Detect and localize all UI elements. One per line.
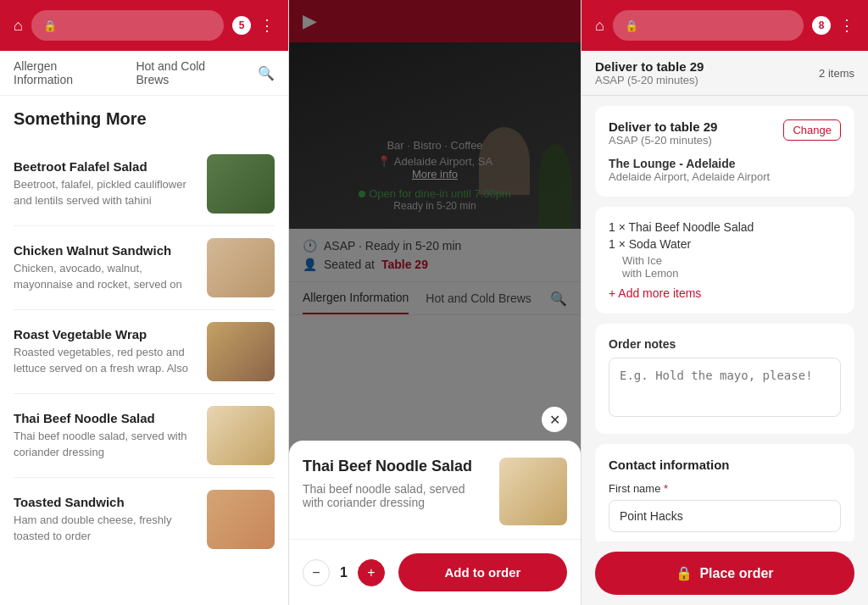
- list-item[interactable]: Beetroot Falafel Salad Beetroot, falafel…: [14, 142, 275, 226]
- right-content: Deliver to table 29 ASAP (5-20 minutes) …: [581, 96, 868, 541]
- home-icon: ⌂: [14, 17, 23, 35]
- overlay-item-info: Thai Beef Noodle Salad Thai beef noodle …: [303, 458, 489, 525]
- menu-item-name: Beetroot Falafel Salad: [14, 159, 197, 174]
- list-item[interactable]: Toasted Sandwich Ham and double cheese, …: [14, 478, 275, 561]
- right-menu-dots[interactable]: ⋮: [839, 16, 854, 35]
- right-home-icon: ⌂: [595, 17, 604, 35]
- order-item: 1 × Soda Water: [609, 237, 841, 251]
- close-button[interactable]: ✕: [542, 407, 567, 432]
- menu-item-desc: Chicken, avocado, walnut, mayonnaise and…: [14, 261, 197, 291]
- quantity-display: 1: [340, 565, 348, 580]
- quantity-control: − 1 +: [303, 559, 385, 586]
- left-search-icon[interactable]: 🔍: [258, 65, 275, 81]
- right-sub-header: Deliver to table 29 ASAP (5-20 minutes) …: [581, 51, 868, 96]
- right-header: ⌂ 🔒 8 ⋮: [581, 0, 868, 51]
- menu-item-info: Beetroot Falafel Salad Beetroot, falafel…: [14, 159, 207, 208]
- change-delivery-button[interactable]: Change: [783, 119, 841, 141]
- order-items-list: 1 × Thai Beef Noodle Salad 1 × Soda Wate…: [609, 220, 841, 280]
- order-item-sub: with Lemon: [622, 267, 841, 280]
- add-to-order-button[interactable]: Add to order: [398, 553, 567, 591]
- menu-item-desc: Thai beef noodle salad, served with cori…: [14, 429, 197, 459]
- right-cart-badge[interactable]: 8: [812, 16, 831, 35]
- right-panel: ⌂ 🔒 8 ⋮ Deliver to table 29 ASAP (5-20 m…: [581, 0, 868, 605]
- deliver-card-subtitle: ASAP (5-20 minutes): [609, 134, 717, 147]
- menu-item-info: Thai Beef Noodle Salad Thai beef noodle …: [14, 411, 207, 459]
- menu-item-name: Roast Vegetable Wrap: [14, 327, 197, 341]
- item-detail-card: ✕ Thai Beef Noodle Salad Thai beef noodl…: [289, 441, 581, 539]
- list-item[interactable]: Thai Beef Noodle Salad Thai beef noodle …: [14, 394, 275, 478]
- deliver-card-title: Deliver to table 29: [609, 119, 717, 134]
- right-address-bar[interactable]: 🔒: [613, 10, 804, 41]
- order-item: 1 × Thai Beef Noodle Salad: [609, 220, 841, 234]
- restaurant-name: The Lounge - Adelaide: [609, 157, 841, 170]
- contact-title: Contact information: [609, 458, 841, 472]
- item-detail-overlay: ✕ Thai Beef Noodle Salad Thai beef noodl…: [289, 0, 581, 605]
- menu-item-image: [207, 490, 275, 549]
- left-header: ⌂ 🔒 5 ⋮: [0, 0, 288, 51]
- overlay-item-image: [499, 458, 567, 525]
- menu-item-info: Chicken Walnut Sandwich Chicken, avocado…: [14, 243, 207, 291]
- menu-item-desc: Roasted vegetables, red pesto and lettuc…: [14, 345, 197, 375]
- order-item-sub: With Ice: [622, 254, 841, 267]
- place-order-label: Place order: [699, 566, 773, 581]
- deliver-title: Deliver to table 29: [595, 59, 704, 74]
- items-count: 2 items: [819, 67, 854, 80]
- menu-item-desc: Ham and double cheese, freshly toasted t…: [14, 513, 197, 543]
- order-notes-input[interactable]: [609, 358, 841, 417]
- deliver-card-header: Deliver to table 29 ASAP (5-20 minutes) …: [609, 119, 841, 147]
- left-panel: ⌂ 🔒 5 ⋮ Allergen Information Hot and Col…: [0, 0, 288, 605]
- quantity-increase-button[interactable]: +: [358, 559, 385, 586]
- menu-item-image: [207, 322, 275, 381]
- left-nav-brews[interactable]: Hot and Cold Brews: [136, 59, 241, 86]
- section-title: Something More: [14, 109, 275, 129]
- first-name-label: First name *: [609, 482, 841, 495]
- menu-item-info: Toasted Sandwich Ham and double cheese, …: [14, 495, 207, 543]
- restaurant-address: Adelaide Airport, Adelaide Airport: [609, 170, 841, 183]
- order-card: 1 × Thai Beef Noodle Salad 1 × Soda Wate…: [595, 207, 854, 314]
- lock-icon: 🔒: [43, 19, 57, 32]
- left-cart-badge[interactable]: 5: [232, 16, 251, 35]
- menu-item-name: Thai Beef Noodle Salad: [14, 411, 197, 425]
- place-order-button[interactable]: 🔒 Place order: [595, 552, 854, 595]
- menu-item-name: Chicken Walnut Sandwich: [14, 243, 197, 258]
- overlay-item-desc: Thai beef noodle salad, served with cori…: [303, 482, 489, 509]
- delivery-card: Deliver to table 29 ASAP (5-20 minutes) …: [595, 106, 854, 197]
- menu-item-desc: Beetroot, falafel, pickled cauliflower a…: [14, 177, 197, 208]
- left-nav: Allergen Information Hot and Cold Brews …: [0, 51, 288, 96]
- menu-item-info: Roast Vegetable Wrap Roasted vegetables,…: [14, 327, 207, 375]
- deliver-subtitle: ASAP (5-20 minutes): [595, 74, 704, 86]
- order-notes-label: Order notes: [609, 337, 841, 351]
- menu-item-image: [207, 238, 275, 297]
- order-notes-card: Order notes: [595, 324, 854, 434]
- left-menu-dots[interactable]: ⋮: [259, 16, 275, 35]
- center-panel: ▶ Bar · Bistro · Coffee 📍 Adelaide Airpo…: [289, 0, 581, 605]
- required-indicator: *: [664, 482, 668, 495]
- overlay-footer: − 1 + Add to order: [289, 539, 581, 605]
- overlay-item-name: Thai Beef Noodle Salad: [303, 458, 489, 475]
- add-more-items-link[interactable]: + Add more items: [609, 286, 841, 300]
- list-item[interactable]: Chicken Walnut Sandwich Chicken, avocado…: [14, 226, 275, 310]
- deliver-card-title-group: Deliver to table 29 ASAP (5-20 minutes): [609, 119, 717, 147]
- left-content: Something More Beetroot Falafel Salad Be…: [0, 96, 288, 605]
- menu-item-image: [207, 406, 275, 465]
- left-address-bar[interactable]: 🔒: [31, 10, 224, 41]
- overlay-card-inner: Thai Beef Noodle Salad Thai beef noodle …: [303, 458, 567, 525]
- right-footer: 🔒 Place order: [581, 541, 868, 605]
- quantity-decrease-button[interactable]: −: [303, 559, 330, 586]
- left-nav-allergen[interactable]: Allergen Information: [14, 59, 119, 86]
- deliver-sub-header-info: Deliver to table 29 ASAP (5-20 minutes): [595, 59, 704, 86]
- right-lock-icon: 🔒: [625, 19, 638, 32]
- menu-item-image: [207, 154, 275, 214]
- menu-item-name: Toasted Sandwich: [14, 495, 197, 509]
- contact-section: Contact information First name *: [595, 444, 854, 541]
- first-name-input[interactable]: [609, 500, 841, 532]
- list-item[interactable]: Roast Vegetable Wrap Roasted vegetables,…: [14, 310, 275, 394]
- lock-icon-btn: 🔒: [676, 565, 693, 581]
